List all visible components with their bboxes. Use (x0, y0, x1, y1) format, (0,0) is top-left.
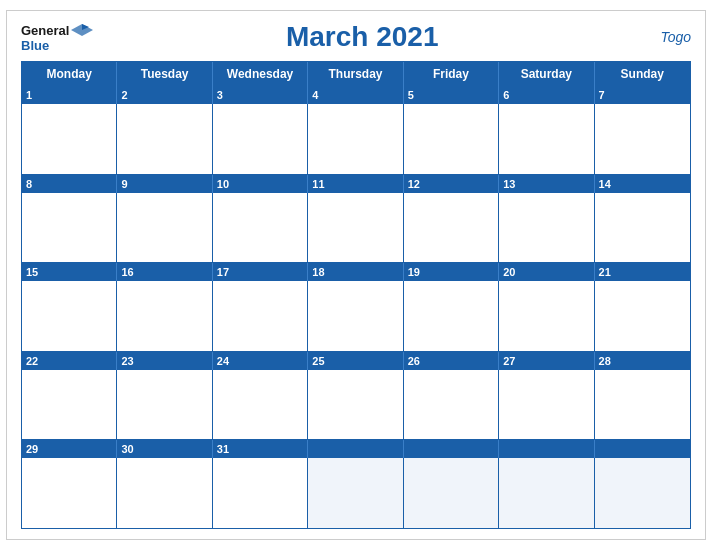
week-1-content (22, 104, 690, 174)
cell-5-3 (213, 458, 308, 528)
cell-4-1 (22, 370, 117, 440)
header-wednesday: Wednesday (213, 62, 308, 86)
week-2-content (22, 193, 690, 263)
date-9: 9 (117, 175, 212, 193)
cell-1-5 (404, 104, 499, 174)
date-5: 5 (404, 86, 499, 104)
header-saturday: Saturday (499, 62, 594, 86)
cell-2-2 (117, 193, 212, 263)
calendar-grid: Monday Tuesday Wednesday Thursday Friday… (21, 61, 691, 529)
header-tuesday: Tuesday (117, 62, 212, 86)
date-2: 2 (117, 86, 212, 104)
cell-1-3 (213, 104, 308, 174)
cell-5-1 (22, 458, 117, 528)
date-13: 13 (499, 175, 594, 193)
date-20: 20 (499, 263, 594, 281)
logo-general: General (21, 23, 69, 38)
date-22: 22 (22, 352, 117, 370)
cell-3-1 (22, 281, 117, 351)
date-18: 18 (308, 263, 403, 281)
cell-1-7 (595, 104, 690, 174)
week-5-content (22, 458, 690, 528)
week-2: 8 9 10 11 12 13 14 (22, 175, 690, 264)
week-3-dates: 15 16 17 18 19 20 21 (22, 263, 690, 281)
cell-3-6 (499, 281, 594, 351)
cell-4-4 (308, 370, 403, 440)
cell-3-3 (213, 281, 308, 351)
week-1-dates: 1 2 3 4 5 6 7 (22, 86, 690, 104)
cell-3-2 (117, 281, 212, 351)
cell-5-2 (117, 458, 212, 528)
date-empty-4 (595, 440, 690, 458)
date-empty-1 (308, 440, 403, 458)
date-24: 24 (213, 352, 308, 370)
date-26: 26 (404, 352, 499, 370)
date-23: 23 (117, 352, 212, 370)
header-sunday: Sunday (595, 62, 690, 86)
week-4-dates: 22 23 24 25 26 27 28 (22, 352, 690, 370)
cell-4-7 (595, 370, 690, 440)
cell-1-6 (499, 104, 594, 174)
date-29: 29 (22, 440, 117, 458)
date-10: 10 (213, 175, 308, 193)
header-thursday: Thursday (308, 62, 403, 86)
day-headers-row: Monday Tuesday Wednesday Thursday Friday… (22, 62, 690, 86)
cell-1-2 (117, 104, 212, 174)
cell-2-3 (213, 193, 308, 263)
date-15: 15 (22, 263, 117, 281)
week-3-content (22, 281, 690, 351)
cell-3-5 (404, 281, 499, 351)
cell-3-4 (308, 281, 403, 351)
page-header: General Blue March 2021 Togo (21, 21, 691, 53)
cell-2-6 (499, 193, 594, 263)
header-friday: Friday (404, 62, 499, 86)
cell-2-4 (308, 193, 403, 263)
cell-5-6 (499, 458, 594, 528)
cell-2-5 (404, 193, 499, 263)
date-empty-2 (404, 440, 499, 458)
date-3: 3 (213, 86, 308, 104)
date-14: 14 (595, 175, 690, 193)
date-11: 11 (308, 175, 403, 193)
week-3: 15 16 17 18 19 20 21 (22, 263, 690, 352)
date-empty-3 (499, 440, 594, 458)
week-4-content (22, 370, 690, 440)
date-19: 19 (404, 263, 499, 281)
logo-blue: Blue (21, 38, 49, 53)
cell-5-5 (404, 458, 499, 528)
cell-1-4 (308, 104, 403, 174)
date-21: 21 (595, 263, 690, 281)
calendar-page: General Blue March 2021 Togo Monday Tues… (6, 10, 706, 540)
date-28: 28 (595, 352, 690, 370)
date-30: 30 (117, 440, 212, 458)
cell-1-1 (22, 104, 117, 174)
cell-4-6 (499, 370, 594, 440)
date-4: 4 (308, 86, 403, 104)
cell-3-7 (595, 281, 690, 351)
cell-5-4 (308, 458, 403, 528)
cell-4-3 (213, 370, 308, 440)
week-1: 1 2 3 4 5 6 7 (22, 86, 690, 175)
cell-5-7 (595, 458, 690, 528)
date-1: 1 (22, 86, 117, 104)
date-8: 8 (22, 175, 117, 193)
date-16: 16 (117, 263, 212, 281)
date-31: 31 (213, 440, 308, 458)
cell-4-2 (117, 370, 212, 440)
date-27: 27 (499, 352, 594, 370)
week-2-dates: 8 9 10 11 12 13 14 (22, 175, 690, 193)
date-7: 7 (595, 86, 690, 104)
date-25: 25 (308, 352, 403, 370)
weeks-container: 1 2 3 4 5 6 7 (22, 86, 690, 528)
week-5: 29 30 31 (22, 440, 690, 528)
cell-2-7 (595, 193, 690, 263)
logo-bird-icon (71, 22, 93, 40)
country-label: Togo (631, 29, 691, 45)
date-12: 12 (404, 175, 499, 193)
date-6: 6 (499, 86, 594, 104)
cell-4-5 (404, 370, 499, 440)
logo: General Blue (21, 22, 93, 53)
header-monday: Monday (22, 62, 117, 86)
week-4: 22 23 24 25 26 27 28 (22, 352, 690, 441)
week-5-dates: 29 30 31 (22, 440, 690, 458)
